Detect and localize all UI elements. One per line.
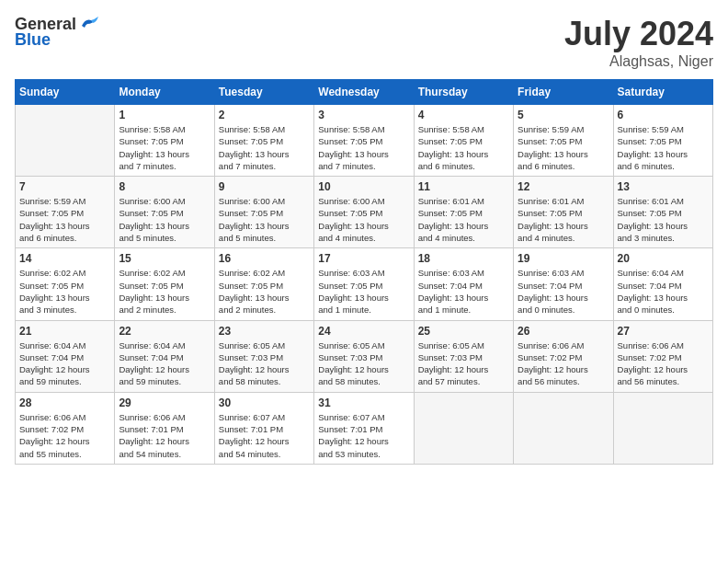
calendar-table: SundayMondayTuesdayWednesdayThursdayFrid… [15,79,713,465]
day-number: 31 [318,396,409,409]
calendar-cell: 21Sunrise: 6:04 AM Sunset: 7:04 PM Dayli… [16,320,115,392]
location-subtitle: Alaghsas, Niger [564,53,713,70]
calendar-cell: 8Sunrise: 6:00 AM Sunset: 7:05 PM Daylig… [115,177,214,248]
day-number: 20 [618,252,709,265]
header-day-wednesday: Wednesday [314,80,414,105]
day-info: Sunrise: 5:59 AM Sunset: 7:05 PM Dayligh… [618,123,709,172]
day-info: Sunrise: 5:58 AM Sunset: 7:05 PM Dayligh… [219,123,310,172]
calendar-cell: 22Sunrise: 6:04 AM Sunset: 7:04 PM Dayli… [115,320,214,392]
calendar-cell: 16Sunrise: 6:02 AM Sunset: 7:05 PM Dayli… [214,248,313,320]
day-info: Sunrise: 6:06 AM Sunset: 7:01 PM Dayligh… [119,411,210,460]
day-info: Sunrise: 6:00 AM Sunset: 7:05 PM Dayligh… [318,195,409,244]
day-info: Sunrise: 6:05 AM Sunset: 7:03 PM Dayligh… [219,339,310,388]
day-info: Sunrise: 5:59 AM Sunset: 7:05 PM Dayligh… [19,195,110,244]
day-number: 26 [518,325,609,338]
week-row-4: 21Sunrise: 6:04 AM Sunset: 7:04 PM Dayli… [16,320,713,392]
header-day-tuesday: Tuesday [214,80,313,105]
day-info: Sunrise: 6:06 AM Sunset: 7:02 PM Dayligh… [518,339,609,388]
day-info: Sunrise: 6:04 AM Sunset: 7:04 PM Dayligh… [19,339,110,388]
day-number: 11 [418,180,509,193]
day-number: 3 [318,109,409,121]
day-info: Sunrise: 6:02 AM Sunset: 7:05 PM Dayligh… [219,267,310,316]
day-info: Sunrise: 6:01 AM Sunset: 7:05 PM Dayligh… [618,195,709,244]
day-number: 23 [219,325,310,338]
calendar-cell: 23Sunrise: 6:05 AM Sunset: 7:03 PM Dayli… [214,320,313,392]
calendar-cell: 6Sunrise: 5:59 AM Sunset: 7:05 PM Daylig… [613,105,712,177]
day-number: 4 [418,109,509,121]
day-info: Sunrise: 5:58 AM Sunset: 7:05 PM Dayligh… [418,123,509,172]
calendar-cell: 5Sunrise: 5:59 AM Sunset: 7:05 PM Daylig… [514,105,613,177]
calendar-cell: 20Sunrise: 6:04 AM Sunset: 7:04 PM Dayli… [613,248,712,320]
day-info: Sunrise: 6:07 AM Sunset: 7:01 PM Dayligh… [219,411,310,460]
logo: General Blue [15,15,98,50]
day-info: Sunrise: 5:58 AM Sunset: 7:05 PM Dayligh… [318,123,409,172]
week-row-3: 14Sunrise: 6:02 AM Sunset: 7:05 PM Dayli… [16,248,713,320]
day-number: 2 [219,109,310,121]
calendar-cell: 10Sunrise: 6:00 AM Sunset: 7:05 PM Dayli… [314,177,414,248]
calendar-cell: 27Sunrise: 6:06 AM Sunset: 7:02 PM Dayli… [613,320,712,392]
day-number: 1 [119,109,210,121]
header-day-friday: Friday [514,80,613,105]
calendar-cell: 28Sunrise: 6:06 AM Sunset: 7:02 PM Dayli… [16,392,115,464]
day-number: 10 [318,180,409,193]
day-info: Sunrise: 6:00 AM Sunset: 7:05 PM Dayligh… [219,195,310,244]
day-info: Sunrise: 6:07 AM Sunset: 7:01 PM Dayligh… [318,411,409,460]
week-row-2: 7Sunrise: 5:59 AM Sunset: 7:05 PM Daylig… [16,177,713,248]
calendar-cell: 29Sunrise: 6:06 AM Sunset: 7:01 PM Dayli… [115,392,214,464]
calendar-cell: 7Sunrise: 5:59 AM Sunset: 7:05 PM Daylig… [16,177,115,248]
day-info: Sunrise: 6:03 AM Sunset: 7:05 PM Dayligh… [318,267,409,316]
day-number: 14 [19,252,110,265]
header-day-thursday: Thursday [414,80,513,105]
calendar-cell: 18Sunrise: 6:03 AM Sunset: 7:04 PM Dayli… [414,248,513,320]
calendar-cell: 4Sunrise: 5:58 AM Sunset: 7:05 PM Daylig… [414,105,513,177]
page-header: General Blue July 2024 Alaghsas, Niger [15,15,713,70]
day-info: Sunrise: 6:05 AM Sunset: 7:03 PM Dayligh… [318,339,409,388]
header-day-saturday: Saturday [613,80,712,105]
day-info: Sunrise: 5:59 AM Sunset: 7:05 PM Dayligh… [518,123,609,172]
day-info: Sunrise: 6:02 AM Sunset: 7:05 PM Dayligh… [119,267,210,316]
day-number: 16 [219,252,310,265]
logo-blue: Blue [15,30,51,50]
day-number: 18 [418,252,509,265]
day-info: Sunrise: 6:04 AM Sunset: 7:04 PM Dayligh… [119,339,210,388]
day-info: Sunrise: 6:03 AM Sunset: 7:04 PM Dayligh… [518,267,609,316]
header-day-sunday: Sunday [16,80,115,105]
header-row: SundayMondayTuesdayWednesdayThursdayFrid… [16,80,713,105]
calendar-cell: 19Sunrise: 6:03 AM Sunset: 7:04 PM Dayli… [514,248,613,320]
month-year-title: July 2024 [564,15,713,53]
calendar-cell: 12Sunrise: 6:01 AM Sunset: 7:05 PM Dayli… [514,177,613,248]
day-info: Sunrise: 6:01 AM Sunset: 7:05 PM Dayligh… [418,195,509,244]
title-block: July 2024 Alaghsas, Niger [564,15,713,70]
calendar-cell: 2Sunrise: 5:58 AM Sunset: 7:05 PM Daylig… [214,105,313,177]
day-number: 15 [119,252,210,265]
day-number: 12 [518,180,609,193]
calendar-cell: 3Sunrise: 5:58 AM Sunset: 7:05 PM Daylig… [314,105,414,177]
day-number: 17 [318,252,409,265]
day-info: Sunrise: 6:01 AM Sunset: 7:05 PM Dayligh… [518,195,609,244]
day-number: 28 [19,396,110,409]
day-number: 19 [518,252,609,265]
header-day-monday: Monday [115,80,214,105]
calendar-cell: 1Sunrise: 5:58 AM Sunset: 7:05 PM Daylig… [115,105,214,177]
calendar-cell: 17Sunrise: 6:03 AM Sunset: 7:05 PM Dayli… [314,248,414,320]
calendar-cell [514,392,613,464]
calendar-cell: 31Sunrise: 6:07 AM Sunset: 7:01 PM Dayli… [314,392,414,464]
day-number: 30 [219,396,310,409]
day-number: 25 [418,325,509,338]
day-info: Sunrise: 5:58 AM Sunset: 7:05 PM Dayligh… [119,123,210,172]
calendar-cell: 11Sunrise: 6:01 AM Sunset: 7:05 PM Dayli… [414,177,513,248]
calendar-cell: 14Sunrise: 6:02 AM Sunset: 7:05 PM Dayli… [16,248,115,320]
day-info: Sunrise: 6:02 AM Sunset: 7:05 PM Dayligh… [19,267,110,316]
day-number: 24 [318,325,409,338]
calendar-cell: 25Sunrise: 6:05 AM Sunset: 7:03 PM Dayli… [414,320,513,392]
day-number: 21 [19,325,110,338]
calendar-cell: 13Sunrise: 6:01 AM Sunset: 7:05 PM Dayli… [613,177,712,248]
calendar-cell [414,392,513,464]
day-number: 22 [119,325,210,338]
calendar-cell: 30Sunrise: 6:07 AM Sunset: 7:01 PM Dayli… [214,392,313,464]
day-info: Sunrise: 6:06 AM Sunset: 7:02 PM Dayligh… [618,339,709,388]
day-info: Sunrise: 6:06 AM Sunset: 7:02 PM Dayligh… [19,411,110,460]
calendar-cell: 9Sunrise: 6:00 AM Sunset: 7:05 PM Daylig… [214,177,313,248]
day-number: 27 [618,325,709,338]
day-number: 6 [618,109,709,121]
